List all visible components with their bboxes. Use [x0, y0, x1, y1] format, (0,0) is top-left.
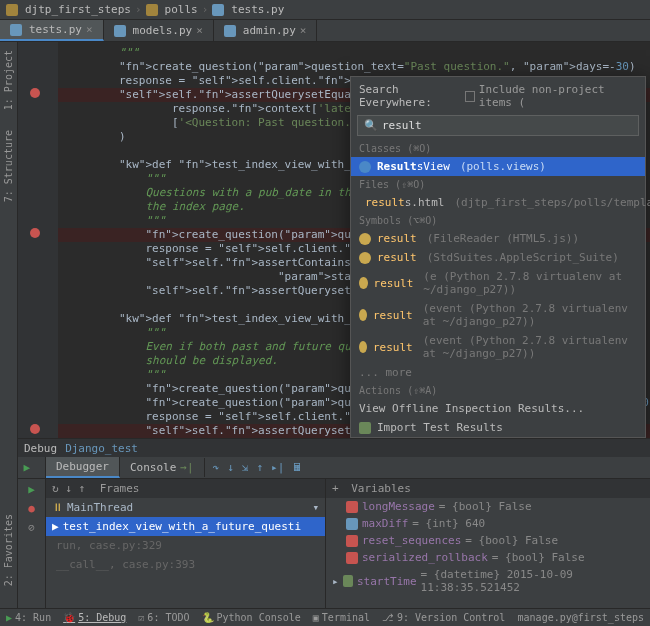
breakpoint-icon[interactable] [30, 88, 40, 98]
add-watch-icon[interactable]: + [332, 482, 339, 495]
mute-bp-icon[interactable]: ⊘ [28, 521, 35, 534]
variable-row[interactable]: longMessage = {bool} False [326, 498, 650, 515]
tool-structure[interactable]: 7: Structure [3, 130, 14, 202]
tab-debugger[interactable]: Debugger [46, 457, 120, 478]
tool-terminal[interactable]: ▣Terminal [313, 612, 370, 623]
frame-row[interactable]: ▶test_index_view_with_a_future_questi [46, 517, 325, 536]
search-icon: 🔍 [364, 119, 378, 132]
search-result[interactable]: ResultsView (polls.views) [351, 157, 645, 176]
search-result[interactable]: result(e (Python 2.7.8 virtualenv at ~/d… [351, 267, 645, 299]
search-result[interactable]: result(event (Python 2.7.8 virtualenv at… [351, 299, 645, 331]
search-result[interactable]: results.html (djtp_first_steps/polls/tem… [351, 193, 645, 212]
breadcrumb-item[interactable]: polls [165, 3, 198, 16]
python-file-icon [224, 25, 236, 37]
tool-vcs[interactable]: ⎇9: Version Control [382, 612, 505, 623]
run-config-label[interactable]: manage.py@first_steps [518, 612, 644, 623]
breadcrumb: djtp_first_steps › polls › tests.py [0, 0, 650, 20]
search-action[interactable]: View Offline Inspection Results... [351, 399, 645, 418]
frame-row[interactable]: __call__, case.py:393 [46, 555, 325, 574]
variable-row[interactable]: maxDiff = {int} 640 [326, 515, 650, 532]
tool-todo[interactable]: ☑6: TODO [138, 612, 189, 623]
search-section-actions: Actions (⇧⌘A) [351, 382, 645, 399]
variable-row[interactable]: serialized_rollback = {bool} False [326, 549, 650, 566]
code-line[interactable]: "fn">create_question("param">question_te… [58, 60, 650, 74]
rerun-icon[interactable]: ▶ [24, 461, 40, 474]
type-icon [346, 552, 358, 564]
tab-label: admin.py [243, 24, 296, 37]
python-icon: 🐍 [202, 612, 214, 623]
python-file-icon [114, 25, 126, 37]
step-into-icon[interactable]: ↓ [227, 461, 234, 474]
frames-refresh-icon[interactable]: ↻ [52, 482, 59, 495]
chevron-down-icon: ▾ [312, 501, 319, 514]
editor-tabbar: tests.py × models.py × admin.py × [0, 20, 650, 42]
search-result[interactable]: result(event (Python 2.7.8 virtualenv at… [351, 331, 645, 363]
class-icon [359, 161, 371, 173]
search-everywhere-popup: Search Everywhere: Include non-project i… [350, 76, 646, 438]
tool-project[interactable]: 1: Project [3, 50, 14, 110]
debug-side-controls-2: ▶ ● ⊘ [18, 479, 46, 608]
variable-row[interactable]: reset_sequences = {bool} False [326, 532, 650, 549]
include-nonproject-checkbox[interactable]: Include non-project items ( [465, 83, 637, 109]
vcs-icon: ⎇ [382, 612, 394, 623]
frames-title: Frames [100, 482, 140, 495]
left-tool-strip: 1: Project 7: Structure 2: Favorites [0, 42, 18, 626]
close-icon[interactable]: × [86, 23, 93, 36]
search-result[interactable]: result(FileReader (HTML5.js)) [351, 229, 645, 248]
chevron-right-icon: › [135, 3, 142, 16]
editor-gutter[interactable] [18, 42, 58, 438]
debug-title: Debug [24, 442, 57, 455]
checkbox-icon [465, 91, 475, 102]
evaluate-icon[interactable]: 🖩 [292, 461, 303, 474]
tool-debug[interactable]: 🐞5: Debug [63, 612, 126, 623]
breadcrumb-item[interactable]: tests.py [231, 3, 284, 16]
variables-title: Variables [351, 482, 411, 495]
close-icon[interactable]: × [196, 24, 203, 37]
terminal-icon: ▣ [313, 612, 319, 623]
breadcrumb-item[interactable]: djtp_first_steps [25, 3, 131, 16]
tab-tests[interactable]: tests.py × [0, 20, 104, 41]
search-section-files: Files (⇧⌘O) [351, 176, 645, 193]
run-to-cursor-icon[interactable]: ▸| [271, 461, 284, 474]
resume-icon[interactable]: ▶ [28, 483, 35, 496]
search-action[interactable]: Import Test Results [351, 418, 645, 437]
breakpoint-icon[interactable] [30, 228, 40, 238]
search-section-classes: Classes (⌘O) [351, 140, 645, 157]
code-line[interactable]: """ [58, 46, 650, 60]
thread-selector[interactable]: ⏸ MainThread ▾ [46, 498, 325, 517]
view-bp-icon[interactable]: ● [28, 502, 35, 515]
frame-row[interactable]: run, case.py:329 [46, 536, 325, 555]
tab-models[interactable]: models.py × [104, 20, 214, 41]
frames-up-icon[interactable]: ↑ [79, 482, 86, 495]
tool-python-console[interactable]: 🐍Python Console [202, 612, 301, 623]
frames-down-icon[interactable]: ↓ [65, 482, 72, 495]
search-result[interactable]: result(StdSuites.AppleScript_Suite) [351, 248, 645, 267]
step-into-my-icon[interactable]: ⇲ [242, 461, 249, 474]
tab-console[interactable]: Console →| [120, 458, 205, 477]
symbol-icon [359, 277, 368, 289]
frame-icon: ▶ [52, 520, 59, 533]
variable-row[interactable]: ▸startTime = {datetime} 2015-10-09 11:38… [326, 566, 650, 596]
python-file-icon [10, 24, 22, 36]
symbol-icon [359, 341, 367, 353]
variables-pane: + Variables longMessage = {bool} Falsema… [326, 479, 650, 608]
search-more[interactable]: ... more [351, 363, 645, 382]
expand-icon[interactable]: ▸ [332, 575, 339, 588]
search-input-wrap[interactable]: 🔍 [357, 115, 639, 136]
play-icon: ▶ [6, 612, 12, 623]
checkbox-label: Include non-project items ( [479, 83, 637, 109]
close-icon[interactable]: × [300, 24, 307, 37]
breakpoint-icon[interactable] [30, 424, 40, 434]
tool-run[interactable]: ▶4: Run [6, 612, 51, 623]
import-icon [359, 422, 371, 434]
thread-icon: ⏸ [52, 501, 63, 514]
step-over-icon[interactable]: ↷ [213, 461, 220, 474]
debug-config[interactable]: Django_test [65, 442, 138, 455]
debug-side-controls: ▶ ■ ⏸ [18, 457, 46, 478]
step-out-icon[interactable]: ↑ [256, 461, 263, 474]
tool-favorites[interactable]: 2: Favorites [3, 514, 14, 586]
tab-admin[interactable]: admin.py × [214, 20, 318, 41]
search-title: Search Everywhere: [359, 83, 465, 109]
search-input[interactable] [382, 119, 632, 132]
chevron-right-icon: › [202, 3, 209, 16]
